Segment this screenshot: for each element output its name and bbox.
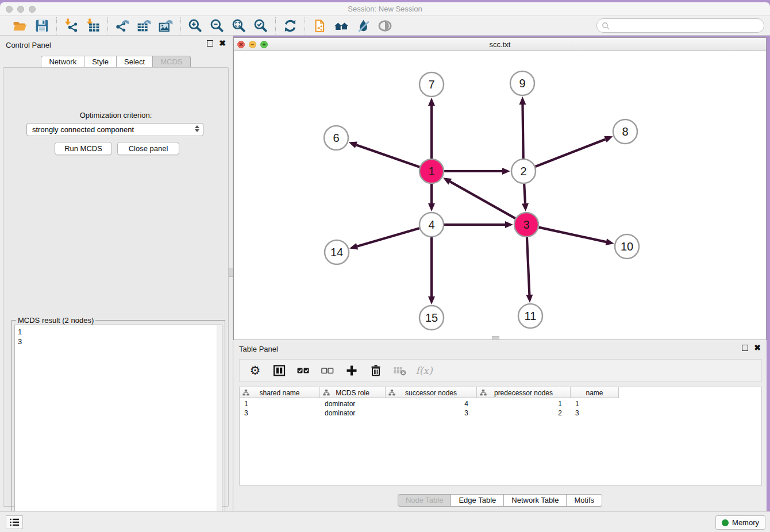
refresh-network-icon: [283, 18, 298, 33]
import-network-icon: [64, 18, 79, 33]
birdseye-view-button[interactable]: [376, 17, 394, 34]
node-table[interactable]: shared nameMCDS rolesuccessor nodesprede…: [239, 387, 762, 485]
cell-shared-name[interactable]: 3: [240, 408, 320, 418]
clone-network-button[interactable]: [311, 17, 328, 34]
edge-3-11[interactable]: [527, 237, 529, 295]
function-builder-button[interactable]: f(x): [417, 363, 432, 378]
zoom-out-button[interactable]: [209, 17, 226, 34]
control-panel-title: Control Panel: [6, 41, 51, 49]
horizontal-splitter-grip[interactable]: [492, 336, 499, 340]
float-table-panel-icon[interactable]: [742, 345, 748, 351]
criterion-dropdown[interactable]: strongly connected component: [26, 123, 203, 136]
graph-node-4[interactable]: 4: [419, 213, 444, 237]
application-window: Session: New Session Control Panel ✖ Net…: [0, 0, 770, 532]
edge-3-10[interactable]: [538, 228, 606, 242]
cell-MCDS-role[interactable]: dominator: [320, 408, 386, 418]
unselect-all-columns-button[interactable]: [320, 363, 335, 378]
network-window-titlebar: ✕ − + scc.txt: [234, 38, 766, 51]
table-row[interactable]: 1dominator411: [240, 399, 619, 408]
graph-node-6[interactable]: 6: [324, 126, 348, 150]
cell-MCDS-role[interactable]: dominator: [320, 399, 386, 408]
memory-button[interactable]: Memory: [715, 515, 765, 530]
zoom-selected-button[interactable]: [252, 17, 270, 34]
delete-table-button[interactable]: [392, 363, 407, 378]
network-overview-button[interactable]: [333, 17, 350, 34]
close-table-panel-icon[interactable]: ✖: [754, 345, 761, 351]
cell-name[interactable]: 1: [571, 399, 619, 408]
zoom-in-button[interactable]: [187, 17, 204, 34]
tab-motifs[interactable]: Motifs: [567, 494, 602, 507]
zoom-fit-icon: [232, 18, 247, 33]
zoom-fit-button[interactable]: [230, 17, 248, 34]
graph-node-7[interactable]: 7: [419, 72, 444, 97]
tab-network-table[interactable]: Network Table: [504, 494, 567, 507]
cell-successor-nodes[interactable]: 3: [386, 408, 477, 418]
edge-2-9[interactable]: [522, 105, 523, 159]
edge-2-8[interactable]: [535, 139, 605, 167]
cell-shared-name[interactable]: 1: [240, 399, 320, 408]
export-image-button[interactable]: [157, 17, 175, 34]
edge-4-14[interactable]: [357, 228, 419, 246]
graph-node-8[interactable]: 8: [613, 119, 637, 144]
show-graphics-details-button[interactable]: [355, 17, 372, 34]
refresh-network-button[interactable]: [282, 17, 299, 34]
graph-node-9[interactable]: 9: [510, 71, 534, 95]
export-network-button[interactable]: [114, 17, 131, 34]
select-all-columns-button[interactable]: [296, 363, 311, 378]
tab-node-table[interactable]: Node Table: [398, 494, 452, 507]
cell-predecessor-nodes[interactable]: 2: [477, 408, 571, 418]
vertical-splitter-grip[interactable]: [229, 268, 233, 277]
run-mcds-button[interactable]: Run MCDS: [55, 142, 112, 155]
column-header-shared-name[interactable]: shared name: [240, 387, 320, 398]
column-header-predecessor-nodes[interactable]: predecessor nodes: [477, 387, 571, 398]
add-column-button[interactable]: [344, 363, 359, 378]
import-network-button[interactable]: [63, 17, 80, 34]
graph-node-11[interactable]: 11: [518, 304, 542, 328]
column-header-name[interactable]: name: [571, 387, 619, 398]
tab-mcds[interactable]: MCDS: [153, 56, 190, 68]
show-columns-button[interactable]: [272, 363, 287, 378]
network-graph-canvas[interactable]: 1234678910111415: [234, 51, 766, 340]
graph-node-3[interactable]: 3: [514, 213, 538, 237]
close-panel-button[interactable]: Close panel: [117, 142, 179, 155]
tab-edge-table[interactable]: Edge Table: [451, 494, 504, 507]
toolbar-group: [181, 17, 275, 34]
mcds-result-box[interactable]: 1 3: [14, 325, 222, 530]
export-table-button[interactable]: [136, 17, 153, 34]
cell-predecessor-nodes[interactable]: 1: [477, 399, 571, 408]
graph-node-1[interactable]: 1: [419, 159, 444, 183]
column-header-MCDS-role[interactable]: MCDS role: [320, 387, 386, 398]
task-history-button[interactable]: [6, 515, 23, 529]
search-input[interactable]: [610, 20, 764, 32]
graph-node-15[interactable]: 15: [419, 306, 444, 330]
edge-arrow-4-15: [428, 296, 435, 304]
edge-2-3[interactable]: [524, 184, 525, 203]
table-row[interactable]: 3dominator323: [240, 408, 619, 418]
close-panel-icon[interactable]: ✖: [219, 40, 226, 47]
tab-network[interactable]: Network: [41, 56, 84, 68]
edge-1-6[interactable]: [356, 145, 419, 167]
svg-text:10: 10: [621, 240, 633, 253]
graph-node-10[interactable]: 10: [615, 234, 639, 259]
graph-node-2[interactable]: 2: [511, 159, 536, 183]
float-panel-icon[interactable]: [207, 40, 213, 47]
column-header-successor-nodes[interactable]: successor nodes: [386, 387, 477, 398]
table-panel-tabs: Node TableEdge TableNetwork TableMotifs: [233, 494, 767, 507]
control-panel-tabs: NetworkStyleSelectMCDS: [0, 56, 232, 68]
save-session-button[interactable]: [33, 17, 51, 34]
tab-select[interactable]: Select: [117, 56, 153, 68]
column-type-icon: [323, 389, 330, 396]
import-table-button[interactable]: [84, 17, 102, 34]
cell-name[interactable]: 3: [571, 408, 619, 418]
tab-style[interactable]: Style: [84, 56, 117, 68]
table-settings-button[interactable]: ⚙: [248, 363, 263, 378]
delete-column-button[interactable]: [368, 363, 383, 378]
edge-arrow-2-3: [522, 203, 529, 211]
cell-successor-nodes[interactable]: 4: [386, 399, 477, 408]
toolbar-group: [276, 17, 305, 34]
open-session-button[interactable]: [11, 17, 29, 34]
result-scrollbar[interactable]: [217, 325, 222, 530]
edge-3-1[interactable]: [450, 182, 515, 218]
graph-node-14[interactable]: 14: [325, 240, 349, 264]
search-box[interactable]: [596, 18, 764, 33]
